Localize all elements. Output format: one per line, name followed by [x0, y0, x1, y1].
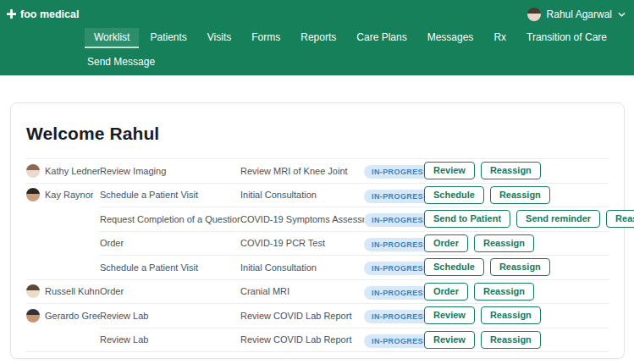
subnav: Send Message — [0, 48, 634, 75]
status-cell: IN-PROGRESS — [364, 284, 424, 300]
review-button[interactable]: Review — [424, 306, 475, 324]
reassign-button[interactable]: Reassign — [490, 186, 550, 204]
logo[interactable]: foo medical — [7, 8, 79, 20]
reassign-button[interactable]: Reassign — [481, 306, 541, 324]
status-cell: IN-PROGRESS — [364, 259, 424, 275]
task-detail: Review MRI of Knee Joint — [240, 166, 364, 176]
user-menu[interactable]: Rahul Agarwal — [527, 8, 626, 21]
patient-cell: Kathy Ledner — [26, 158, 100, 183]
tab-reports[interactable]: Reports — [291, 28, 345, 48]
task-detail: COVID-19 Symptoms Assessment — [240, 214, 364, 224]
actions-cell: ScheduleReassign — [424, 186, 609, 204]
patient-cell — [26, 255, 100, 279]
status-cell: IN-PROGRESS — [364, 211, 424, 227]
worklist-row: Review LabReview COVID Lab ReportIN-PROG… — [26, 328, 609, 352]
task-cells: OrderCOVID-19 PCR TestIN-PROGRESSOrderRe… — [100, 231, 609, 256]
patient-avatar — [26, 284, 40, 298]
send-to-patient-button[interactable]: Send to Patient — [424, 210, 510, 228]
tab-worklist[interactable]: Worklist — [85, 28, 139, 48]
worklist-row: Schedule a Patient VisitInitial Consulta… — [26, 255, 609, 279]
review-button[interactable]: Review — [424, 162, 475, 179]
status-cell: IN-PROGRESS — [364, 332, 424, 348]
patient-name: Kathy Ledner — [45, 166, 100, 176]
main-nav: WorklistPatientsVisitsFormsReportsCare P… — [0, 28, 634, 48]
reassign-button[interactable]: Reassign — [481, 162, 541, 179]
worklist-row: Request Completion of a QuestionnaireCOV… — [26, 207, 609, 231]
logo-text: foo medical — [20, 8, 79, 20]
chevron-down-icon — [618, 12, 626, 17]
tab-transition-of-care[interactable]: Transition of Care — [517, 28, 616, 48]
schedule-button[interactable]: Schedule — [424, 258, 484, 276]
tab-messages[interactable]: Messages — [418, 28, 483, 48]
tab-care-plans[interactable]: Care Plans — [347, 28, 416, 48]
status-cell: IN-PROGRESS — [364, 163, 424, 179]
reassign-button[interactable]: Reassign — [481, 331, 541, 349]
worklist-row: Gerardo GreenReview LabReview COVID Lab … — [26, 303, 609, 328]
task-detail: Initial Consultation — [240, 262, 364, 273]
actions-cell: ReviewReassign — [424, 306, 609, 324]
worklist-row: Kathy LednerReview ImagingReview MRI of … — [26, 158, 609, 183]
patient-cell — [26, 328, 100, 352]
patient-avatar — [26, 188, 40, 201]
worklist-row: Russell KuhnOrderCranial MRIIN-PROGRESSO… — [26, 279, 609, 304]
patient-cell — [26, 231, 100, 256]
medical-cross-icon — [7, 9, 16, 19]
status-cell: IN-PROGRESS — [364, 235, 424, 251]
worklist-table: Kathy LednerReview ImagingReview MRI of … — [26, 158, 609, 352]
table-bottom-border — [26, 351, 609, 352]
task-detail: Initial Consultation — [240, 190, 364, 200]
app-header: foo medical Rahul Agarwal WorklistPatien… — [0, 0, 634, 75]
tab-rx[interactable]: Rx — [484, 28, 515, 48]
page-content: Welcome Rahul Kathy LednerReview Imaging… — [0, 75, 634, 359]
send-message-link[interactable]: Send Message — [87, 56, 155, 68]
task-cells: Schedule a Patient VisitInitial Consulta… — [100, 255, 609, 279]
task-type: Order — [100, 286, 240, 296]
patient-cell: Russell Kuhn — [26, 279, 100, 304]
task-type: Review Lab — [100, 334, 240, 345]
actions-cell: Send to PatientSend reminderReassign — [424, 210, 634, 228]
status-cell: IN-PROGRESS — [364, 187, 424, 203]
user-avatar — [527, 8, 541, 21]
review-button[interactable]: Review — [424, 331, 475, 349]
patient-avatar — [26, 309, 40, 323]
reassign-button[interactable]: Reassign — [474, 234, 534, 252]
task-detail: COVID-19 PCR Test — [240, 238, 364, 248]
patient-name: Russell Kuhn — [45, 286, 100, 296]
task-cells: Review ImagingReview MRI of Knee JointIN… — [100, 158, 609, 183]
task-detail: Review COVID Lab Report — [240, 311, 364, 321]
patient-cell — [26, 207, 100, 231]
task-cells: Review LabReview COVID Lab ReportIN-PROG… — [100, 328, 609, 352]
task-cells: Schedule a Patient VisitInitial Consulta… — [100, 183, 609, 207]
task-cells: OrderCranial MRIIN-PROGRESSOrderReassign — [100, 279, 609, 304]
actions-cell: ScheduleReassign — [424, 258, 609, 276]
send-reminder-button[interactable]: Send reminder — [516, 210, 600, 228]
task-detail: Review COVID Lab Report — [240, 334, 364, 345]
tab-visits[interactable]: Visits — [198, 28, 240, 48]
tab-patients[interactable]: Patients — [141, 28, 196, 48]
task-cells: Request Completion of a QuestionnaireCOV… — [100, 207, 609, 231]
user-name: Rahul Agarwal — [547, 8, 612, 20]
page-title: Welcome Rahul — [26, 124, 609, 144]
schedule-button[interactable]: Schedule — [424, 186, 484, 204]
reassign-button[interactable]: Reassign — [474, 283, 534, 301]
tab-forms[interactable]: Forms — [242, 28, 289, 48]
header-top-bar: foo medical Rahul Agarwal — [0, 0, 634, 28]
patient-cell: Gerardo Green — [26, 303, 100, 328]
task-type: Order — [100, 238, 240, 248]
actions-cell: OrderReassign — [424, 283, 609, 301]
task-detail: Cranial MRI — [240, 286, 364, 296]
reassign-button[interactable]: Reassign — [606, 210, 634, 228]
patient-name: Gerardo Green — [45, 311, 100, 321]
welcome-card: Welcome Rahul Kathy LednerReview Imaging… — [10, 102, 625, 359]
status-cell: IN-PROGRESS — [364, 307, 424, 323]
reassign-button[interactable]: Reassign — [490, 258, 550, 276]
patient-name: Kay Raynor — [45, 190, 93, 200]
task-type: Review Imaging — [100, 166, 240, 176]
order-button[interactable]: Order — [424, 234, 468, 252]
task-type: Review Lab — [100, 311, 240, 321]
task-type: Schedule a Patient Visit — [100, 262, 240, 273]
actions-cell: ReviewReassign — [424, 331, 609, 349]
actions-cell: OrderReassign — [424, 234, 609, 252]
worklist-row: Kay RaynorSchedule a Patient VisitInitia… — [26, 183, 609, 207]
order-button[interactable]: Order — [424, 283, 468, 301]
